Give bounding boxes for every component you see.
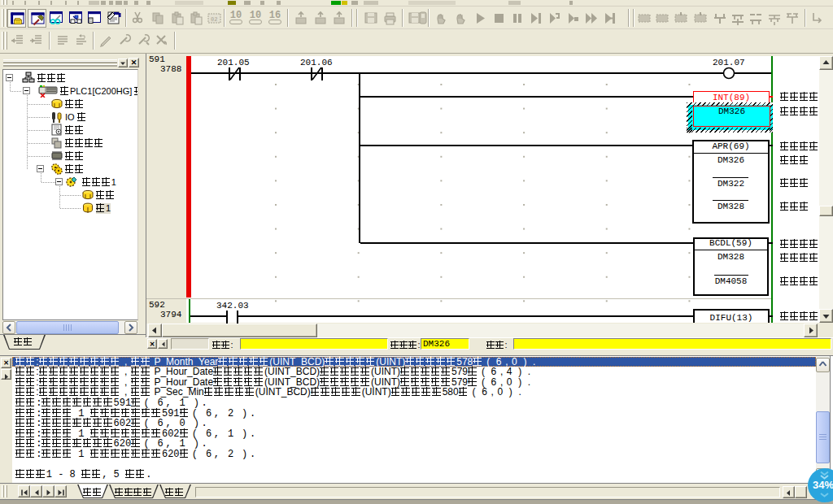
svg-text:34%: 34%: [813, 479, 833, 491]
svg-text:02: 02: [211, 16, 217, 23]
